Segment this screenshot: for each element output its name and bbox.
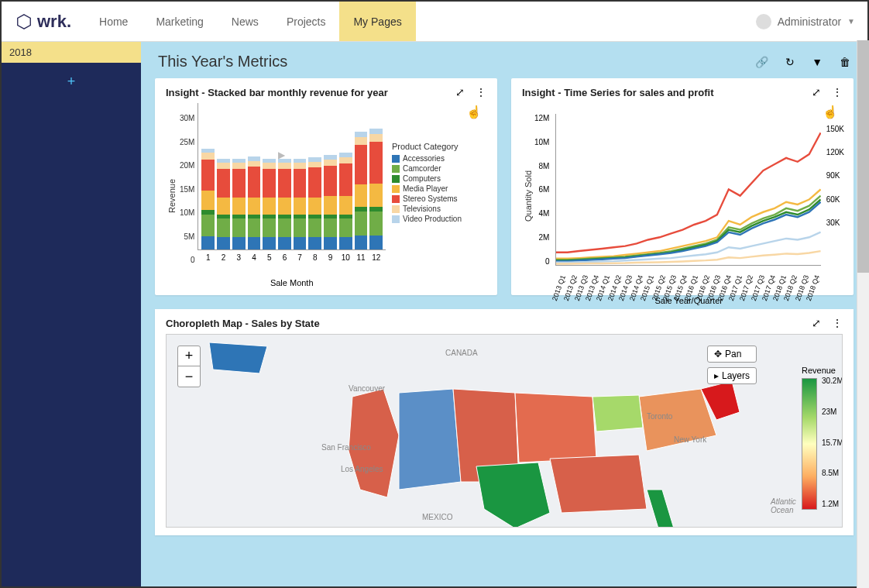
sidebar-add-button[interactable]: + (2, 63, 141, 101)
y-ticks: 12M10M8M6M4M2M0 (534, 103, 552, 289)
y-ticks: 30M25M20M15M10M5M0 (178, 103, 198, 289)
timeseries-chart[interactable]: ☝ Quantity Sold 12M10M8M6M4M2M0 150K120K… (522, 103, 843, 289)
card-title: Insight - Time Series for sales and prof… (522, 87, 714, 98)
user-menu[interactable]: Administrator ▼ (756, 14, 867, 29)
nav-arrow-icon[interactable]: ▶ (278, 150, 285, 160)
map-legend-title: Revenue (802, 366, 836, 375)
scrollbar-vertical[interactable] (857, 42, 867, 586)
sidebar: 2018 + (2, 42, 141, 586)
main-content: This Year's Metrics 🔗 ↻ ▼ 🗑 Insight - St… (141, 42, 867, 586)
legend: Product Category AccessoriesCamcorderCom… (386, 103, 486, 289)
expand-icon[interactable]: ⤢ (455, 86, 465, 98)
svg-marker-0 (18, 14, 31, 28)
user-label: Administrator (778, 15, 841, 28)
zoom-in-button[interactable]: + (178, 346, 200, 366)
y-axis-label: Quantity Sold (522, 103, 534, 289)
more-icon[interactable]: ⋮ (476, 86, 486, 98)
avatar-icon (756, 14, 771, 29)
ts-lines: 150K120K90K60K30K 2013 Q12013 Q22013 Q32… (555, 114, 821, 266)
expand-icon[interactable]: ⤢ (812, 317, 821, 329)
x-axis-label: Sale Month (270, 278, 314, 287)
gradient-bar (802, 378, 817, 510)
touch-icon: ☝ (466, 105, 482, 119)
nav-marketing[interactable]: Marketing (142, 2, 217, 41)
x-axis-label: Sale Year/Quarter (654, 296, 722, 305)
logo-icon (15, 13, 33, 30)
map-canvas[interactable]: + − ✥ Pan ▸ Layers Revenue 30.2M23M15.7M… (166, 334, 843, 528)
nav-projects[interactable]: Projects (273, 2, 340, 41)
more-icon[interactable]: ⋮ (832, 317, 843, 329)
card-timeseries: Insight - Time Series for sales and prof… (511, 78, 854, 295)
sidebar-year[interactable]: 2018 (2, 42, 141, 63)
nav-home[interactable]: Home (85, 2, 142, 41)
page-title: This Year's Metrics (158, 53, 287, 70)
expand-icon[interactable]: ⤢ (812, 86, 821, 98)
y2-ticks: 150K120K90K60K30K (823, 114, 844, 265)
bars: 123456789101112 (198, 103, 386, 250)
y-axis-label: Revenue (166, 103, 178, 289)
chevron-down-icon: ▼ (847, 17, 855, 26)
topbar: wrk. HomeMarketingNewsProjectsMy Pages A… (2, 2, 867, 42)
layers-button[interactable]: ▸ Layers (707, 367, 757, 384)
share-icon[interactable]: 🔗 (755, 56, 768, 68)
page-actions: 🔗 ↻ ▼ 🗑 (755, 56, 850, 68)
pan-button[interactable]: ✥ Pan (707, 346, 757, 363)
card-title: Choropleth Map - Sales by State (166, 318, 320, 329)
brand-logo: wrk. (2, 12, 85, 32)
us-map-svg (205, 335, 794, 528)
zoom-out-button[interactable]: − (178, 366, 200, 387)
card-choropleth: Choropleth Map - Sales by State ⤢ ⋮ (155, 309, 854, 535)
top-nav: HomeMarketingNewsProjectsMy Pages (85, 2, 416, 41)
more-icon[interactable]: ⋮ (832, 86, 843, 98)
nav-my-pages[interactable]: My Pages (339, 2, 415, 41)
brand-text: wrk. (37, 12, 71, 32)
filter-icon[interactable]: ▼ (812, 56, 823, 68)
card-title: Insight - Stacked bar monthly revenue fo… (166, 87, 388, 98)
zoom-controls: + − (177, 346, 201, 387)
refresh-icon[interactable]: ↻ (785, 56, 795, 68)
trash-icon[interactable]: 🗑 (840, 56, 850, 68)
map-legend: Revenue 30.2M23M15.7M8.5M1.2M (802, 366, 836, 510)
nav-news[interactable]: News (218, 2, 273, 41)
stacked-bar-chart[interactable]: ☝ Revenue 30M25M20M15M10M5M0 12345678910… (166, 103, 486, 289)
legend-title: Product Category (392, 142, 486, 151)
card-stacked-bar: Insight - Stacked bar monthly revenue fo… (155, 78, 497, 295)
